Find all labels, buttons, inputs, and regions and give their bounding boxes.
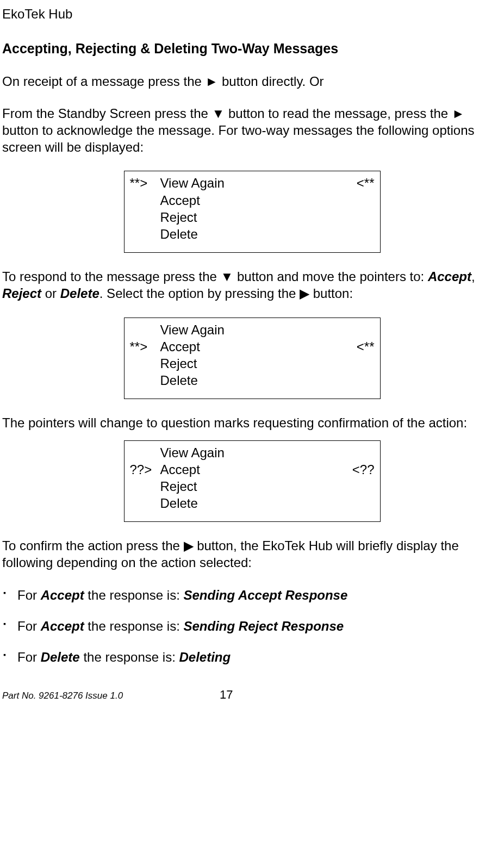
pointer-left: **> (130, 175, 160, 191)
screen-row: Reject (130, 478, 375, 495)
page-footer: Part No. 9261-8276 Issue 1.0 17 (2, 687, 502, 703)
action-name: Accept (41, 619, 84, 633)
pointer-right (344, 355, 375, 372)
pointer-right (344, 478, 375, 495)
right-arrow-icon: ► (452, 106, 465, 121)
list-item: For Accept the response is: Sending Acce… (2, 587, 502, 603)
pointer-right (344, 495, 375, 512)
screen-row: Reject (130, 209, 375, 226)
text: button to read the message, press the (225, 106, 452, 121)
screen-row: Delete (130, 372, 375, 389)
pointer-left (130, 321, 160, 338)
text: the response is: (80, 650, 179, 664)
paragraph-4: The pointers will change to question mar… (2, 414, 502, 431)
pointer-left (130, 355, 160, 372)
text: button to acknowledge the message. For t… (2, 123, 474, 154)
paragraph-3: To respond to the message press the ▼ bu… (2, 268, 502, 302)
pointer-left (130, 372, 160, 389)
part-number: Part No. 9261-8276 Issue 1.0 (2, 690, 220, 702)
action-name: Delete (41, 650, 80, 664)
text: button directly. Or (218, 74, 323, 89)
menu-item: View Again (160, 175, 344, 191)
pointer-left: **> (130, 338, 160, 355)
pointer-left (130, 209, 160, 226)
section-title: Accepting, Rejecting & Deleting Two-Way … (2, 40, 502, 58)
pointer-right (344, 226, 375, 242)
screen-row: Reject (130, 355, 375, 372)
text: For (17, 619, 41, 633)
paragraph-2: From the Standby Screen press the ▼ butt… (2, 105, 502, 156)
pointer-left (130, 478, 160, 495)
screen-row: Delete (130, 226, 375, 242)
menu-item: View Again (160, 444, 344, 461)
pointer-right (344, 192, 375, 209)
page-number: 17 (220, 687, 233, 703)
menu-item: Reject (160, 478, 344, 495)
list-item: For Delete the response is: Deleting (2, 649, 502, 665)
list-item: For Accept the response is: Sending Reje… (2, 618, 502, 634)
text: , (471, 269, 475, 284)
response-text: Sending Accept Response (183, 588, 347, 602)
text: To respond to the message press the (2, 269, 221, 284)
response-list: For Accept the response is: Sending Acce… (2, 587, 502, 666)
down-arrow-icon: ▼ (221, 269, 234, 284)
menu-item: Delete (160, 372, 344, 389)
response-text: Deleting (179, 650, 231, 664)
screen-row: View Again (130, 444, 375, 461)
text: button: (309, 286, 353, 301)
pointer-right: <** (344, 175, 375, 191)
text: the response is: (84, 619, 184, 633)
pointer-right: <?? (344, 461, 375, 478)
text: To confirm the action press the (2, 538, 184, 553)
pointer-right (344, 444, 375, 461)
screen-row: **>View Again<** (130, 175, 375, 191)
screen-display-2: View Again **>Accept<** Reject Delete (124, 318, 381, 400)
pointer-left: ??> (130, 461, 160, 478)
pointer-left (130, 444, 160, 461)
text: For (17, 588, 41, 602)
text: . Select the option by pressing the (99, 286, 300, 301)
menu-item: Accept (160, 192, 344, 209)
screen-row: **>Accept<** (130, 338, 375, 355)
text: the response is: (84, 588, 184, 602)
pointer-right (344, 209, 375, 226)
screen-row: View Again (130, 321, 375, 338)
screen-row: ??>Accept<?? (130, 461, 375, 478)
screen-display-1: **>View Again<** Accept Reject Delete (124, 171, 381, 253)
menu-item: Accept (160, 461, 344, 478)
screen-display-3: View Again ??>Accept<?? Reject Delete (124, 440, 381, 522)
pointer-left (130, 495, 160, 512)
text: On receipt of a message press the (2, 74, 206, 89)
screen-row: Delete (130, 495, 375, 512)
down-arrow-icon: ▼ (212, 106, 225, 121)
text: For (17, 650, 41, 664)
menu-item: View Again (160, 321, 344, 338)
pointer-right (344, 321, 375, 338)
text: or (41, 286, 60, 301)
screen-row: Accept (130, 192, 375, 209)
text: button and move the pointers to: (233, 269, 428, 284)
text: From the Standby Screen press the (2, 106, 212, 121)
option-reject: Reject (2, 286, 41, 301)
pointer-right: <** (344, 338, 375, 355)
response-text: Sending Reject Response (183, 619, 344, 633)
menu-item: Delete (160, 226, 344, 242)
paragraph-5: To confirm the action press the ▶ button… (2, 537, 502, 571)
menu-item: Reject (160, 355, 344, 372)
menu-item: Accept (160, 338, 344, 355)
menu-item: Delete (160, 495, 344, 512)
action-name: Accept (41, 588, 84, 602)
pointer-left (130, 226, 160, 242)
menu-item: Reject (160, 209, 344, 226)
page-header: EkoTek Hub (2, 5, 502, 22)
option-accept: Accept (428, 269, 471, 284)
right-arrow-icon: ▶ (184, 538, 194, 553)
pointer-right (344, 372, 375, 389)
pointer-left (130, 192, 160, 209)
paragraph-1: On receipt of a message press the ► butt… (2, 73, 502, 90)
right-arrow-icon: ▶ (300, 286, 309, 301)
right-arrow-icon: ► (206, 74, 219, 89)
option-delete: Delete (60, 286, 99, 301)
